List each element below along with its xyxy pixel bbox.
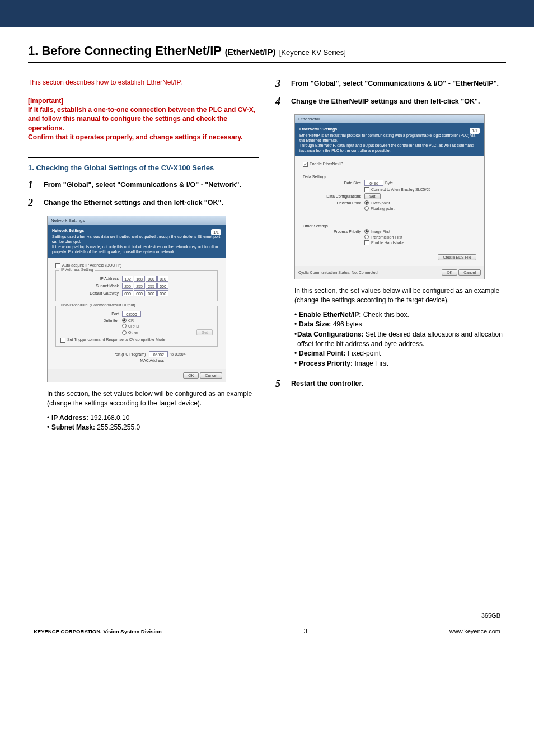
decimal-fixed-label: Fixed-point	[371, 201, 390, 205]
bullet-priority-val: Image First	[353, 360, 388, 367]
cyclic-status: Cyclic Communication Status: Not Connect…	[298, 270, 378, 274]
bullet-mask-label: Subnet Mask:	[51, 423, 95, 431]
trigger-compat-label: Set Trigger-command Response to CV-compa…	[67, 338, 165, 342]
ethernetip-settings-dialog: EtherNet/IP EtherNet/IP Settings EtherNe…	[294, 114, 485, 279]
dialog-titlebar: Network Settings	[48, 216, 226, 225]
footer-doc-code: 365GB	[449, 612, 500, 619]
cancel-button[interactable]: Cancel	[200, 372, 222, 379]
delimiter-cr-radio[interactable]	[122, 318, 127, 323]
bullet-enable-label: Enable EtherNet/IP:	[299, 311, 361, 319]
delimiter-crlf-radio[interactable]	[122, 324, 127, 328]
dataconf-set-button[interactable]: Set	[364, 193, 381, 199]
dialog-footer: OK Cancel	[48, 369, 226, 382]
mask-octet-4[interactable]: 000	[157, 283, 168, 289]
step-2-text: Change the Ethernet settings and then le…	[44, 198, 223, 208]
priority-image-radio[interactable]	[364, 229, 369, 234]
step-4-text: Change the EtherNet/IP settings and then…	[291, 96, 480, 106]
priority-trans-radio[interactable]	[364, 235, 369, 239]
delimiter-crlf-label: CR+LF	[128, 324, 140, 328]
create-eds-button[interactable]: Create EDS File	[438, 254, 476, 260]
dialog-body: Auto acquire IP Address (BOOTP) IP Addre…	[48, 258, 226, 369]
pcport-label: Port (PC Program)	[87, 352, 149, 356]
important-note: [Important] If it fails, establish a one…	[28, 96, 259, 142]
datasize-input[interactable]: 0496	[364, 180, 383, 186]
decimal-float-radio[interactable]	[364, 206, 369, 211]
ok-button-2[interactable]: OK	[442, 269, 457, 276]
footer-page-number: - 3 -	[300, 628, 311, 634]
mask-octet-1[interactable]: 255	[122, 283, 133, 289]
section-divider	[28, 157, 259, 158]
gw-octet-3[interactable]: 000	[146, 290, 157, 296]
ip-address-group: IP Address Setting IP Address19216800001…	[55, 270, 218, 301]
ip-octet-1[interactable]: 192	[122, 276, 133, 282]
section-heading: 1. Checking the Global Settings of the C…	[28, 164, 259, 172]
dialog2-titlebar: EtherNet/IP	[295, 115, 484, 123]
pager-indicator: 1/1	[211, 229, 221, 235]
non-procedural-group: Non-Procedural (Command/Result Output) P…	[55, 306, 218, 347]
delimiter-other-radio[interactable]	[122, 330, 127, 335]
enable-eip-checkbox[interactable]	[303, 162, 308, 167]
ip-octet-4[interactable]: 010	[157, 276, 168, 282]
footer-url: www.keyence.com	[449, 628, 500, 634]
mac-label: MAC Address	[106, 358, 167, 362]
step-5: 5 Restart the controller.	[275, 379, 506, 389]
delimiter-other-label: Other	[128, 330, 138, 334]
dialog-info-banner: Network Settings Settings used when vari…	[48, 225, 226, 258]
delimiter-set-button[interactable]: Set	[196, 329, 213, 335]
important-label: [Important]	[28, 96, 259, 105]
gw-octet-1[interactable]: 000	[122, 290, 133, 296]
other-settings-group: Other Settings Process PriorityImage Fir…	[303, 220, 476, 250]
gw-octet-4[interactable]: 000	[157, 290, 168, 296]
banner2-text: EtherNet/IP is an industrial protocol fo…	[299, 133, 480, 153]
decimal-fixed-radio[interactable]	[364, 200, 369, 205]
step-3: 3 From "Global", select "Communications …	[275, 78, 506, 88]
ip-octet-3[interactable]: 000	[146, 276, 157, 282]
pcport-to: to 08504	[170, 352, 185, 356]
bootp-label: Auto acquire IP Address (BOOTP)	[62, 264, 121, 268]
trigger-compat-checkbox[interactable]	[60, 338, 65, 343]
network-settings-dialog: Network Settings Network Settings Settin…	[47, 216, 226, 382]
gw-octet-2[interactable]: 000	[134, 290, 145, 296]
enable-eip-label: Enable EtherNet/IP	[310, 162, 343, 166]
footer-company: KEYENCE CORPORATION. Vision System Divis…	[34, 628, 162, 634]
pcport-from[interactable]: 08502	[149, 351, 168, 357]
handshake-label: Enable Handshake	[371, 241, 404, 245]
datasize-unit: Byte	[385, 181, 393, 185]
banner-text: Settings used when various data are inpu…	[52, 234, 221, 254]
page-footer: KEYENCE CORPORATION. Vision System Divis…	[28, 612, 506, 639]
banner2-heading: EtherNet/IP Settings	[299, 127, 480, 132]
priority-label: Process Priority	[303, 230, 364, 234]
ok-button[interactable]: OK	[183, 372, 199, 379]
bullet-priority-label: Process Priority:	[299, 360, 353, 367]
dialog2-footer: Cyclic Communication Status: Not Connect…	[295, 266, 484, 279]
bullet-ip-label: IP Address:	[51, 414, 88, 422]
banner-heading: Network Settings	[52, 228, 221, 233]
bullet-decimal-val: Fixed-point	[345, 349, 381, 357]
step-2: 2 Change the Ethernet settings and then …	[28, 198, 259, 208]
port-label: Port	[60, 312, 122, 316]
data-settings-group: Data Settings Data Size0496Byte Connect …	[303, 170, 476, 215]
title-sub2: [Keyence KV Series]	[279, 48, 346, 57]
mask-octet-3[interactable]: 255	[146, 283, 157, 289]
mask-label: Subnet Mask	[60, 284, 122, 288]
cancel-button-2[interactable]: Cancel	[458, 269, 481, 276]
bullet-size-val: 496 bytes	[331, 320, 362, 328]
bullet-conf-label: Data Configurations:	[297, 330, 364, 338]
connect-ab-checkbox[interactable]	[364, 187, 369, 192]
priority-trans-label: Transmission First	[371, 235, 402, 239]
pager2-indicator: 1/1	[470, 128, 480, 134]
title-main: 1. Before Connecting EtherNet/IP	[28, 44, 222, 58]
bullets-left: •IP Address: 192.168.0.10 •Subnet Mask: …	[47, 413, 259, 433]
mask-octet-2[interactable]: 255	[134, 283, 145, 289]
bullet-ip-val: 192.168.0.10	[88, 414, 129, 422]
intro-text: This section describes how to establish …	[28, 78, 259, 86]
delimiter-label: Delimiter	[60, 319, 122, 323]
step-number-3: 3	[275, 78, 285, 88]
important-body: If it fails, establish a one-to-one conn…	[28, 105, 259, 142]
step-1: 1 From "Global", select "Communications …	[28, 180, 259, 190]
config-paragraph-2: In this section, the set values below wi…	[294, 286, 506, 304]
port-input[interactable]: 08500	[122, 311, 141, 317]
handshake-checkbox[interactable]	[364, 240, 369, 245]
ip-octet-2[interactable]: 168	[134, 276, 145, 282]
decimal-float-label: Floating-point	[371, 207, 394, 211]
